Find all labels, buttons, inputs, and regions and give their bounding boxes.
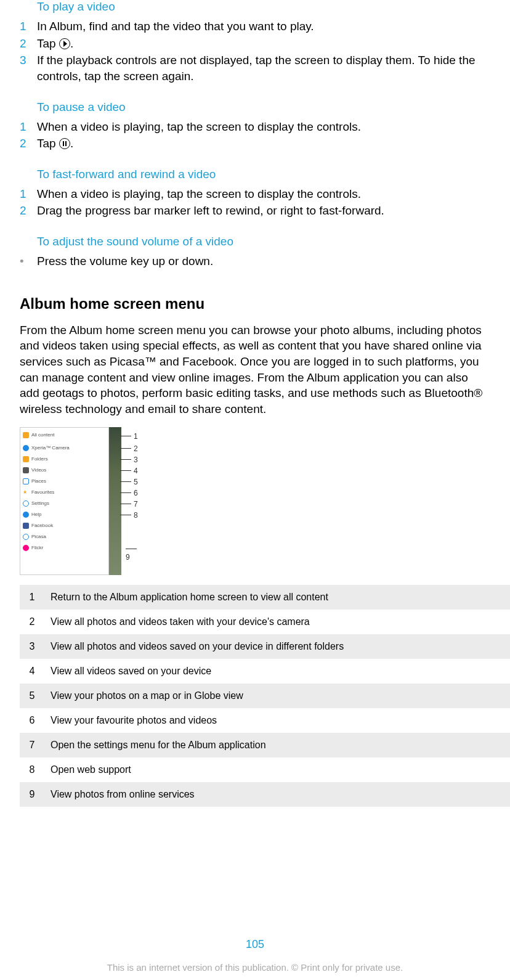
diagram-callout: 6 xyxy=(134,489,138,497)
step-number: 2 xyxy=(20,203,37,219)
table-row: 6View your favourite photos and videos xyxy=(20,708,510,733)
subheading-play: To play a video xyxy=(37,0,490,14)
album-menu-diagram: All content Xperia™ Camera Folders Video… xyxy=(20,427,138,575)
table-row: 4View all videos saved on your device xyxy=(20,659,510,684)
step-number: 3 xyxy=(20,52,37,84)
section-title: Album home screen menu xyxy=(20,295,490,312)
step-number: 1 xyxy=(20,186,37,202)
legend-table: 1Return to the Album application home sc… xyxy=(20,585,510,807)
diagram-callout: 2 xyxy=(134,444,138,453)
play-icon xyxy=(59,38,70,49)
subheading-ff: To fast-forward and rewind a video xyxy=(37,168,490,181)
bullet-marker: • xyxy=(20,253,37,269)
diagram-callout: 3 xyxy=(134,455,138,464)
step-text: In Album, find and tap the video that yo… xyxy=(37,18,314,35)
step-number: 2 xyxy=(20,136,37,152)
pause-icon xyxy=(59,138,70,149)
step-number: 1 xyxy=(20,119,37,135)
diagram-callout: 7 xyxy=(134,500,138,508)
page-footer: 105 This is an internet version of this … xyxy=(0,938,510,973)
table-row: 3View all photos and videos saved on you… xyxy=(20,634,510,659)
steps-play: 1In Album, find and tap the video that y… xyxy=(37,18,490,84)
diagram-panel: All content Xperia™ Camera Folders Video… xyxy=(20,427,109,575)
table-row: 7Open the settings menu for the Album ap… xyxy=(20,733,510,757)
subheading-pause: To pause a video xyxy=(37,100,490,114)
step-text: Drag the progress bar marker left to rew… xyxy=(37,203,384,219)
step-text: When a video is playing, tap the screen … xyxy=(37,119,361,135)
page-number: 105 xyxy=(0,938,510,951)
table-row: 2View all photos and videos taken with y… xyxy=(20,610,510,634)
diagram-photo-strip xyxy=(109,427,121,575)
step-text: Tap . xyxy=(37,136,73,152)
step-number: 2 xyxy=(20,36,37,52)
bullet-volume: • Press the volume key up or down. xyxy=(37,253,490,269)
footer-note: This is an internet version of this publ… xyxy=(0,962,510,973)
diagram-callout: 5 xyxy=(134,478,138,486)
bullet-text: Press the volume key up or down. xyxy=(37,253,213,269)
table-row: 5View your photos on a map or in Globe v… xyxy=(20,684,510,708)
table-row: 1Return to the Album application home sc… xyxy=(20,585,510,610)
table-row: 8Open web support xyxy=(20,757,510,782)
diagram-callout: 8 xyxy=(134,511,138,520)
diagram-callout: 9 xyxy=(126,553,130,561)
steps-pause: 1When a video is playing, tap the screen… xyxy=(37,119,490,152)
step-text: If the playback controls are not display… xyxy=(37,52,490,84)
table-row: 9View photos from online services xyxy=(20,782,510,807)
step-text: Tap . xyxy=(37,36,73,52)
subheading-volume: To adjust the sound volume of a video xyxy=(37,235,490,248)
diagram-callout: 4 xyxy=(134,467,138,475)
step-number: 1 xyxy=(20,18,37,35)
diagram-callout: 1 xyxy=(134,432,138,441)
step-text: When a video is playing, tap the screen … xyxy=(37,186,361,202)
section-body: From the Album home screen menu you can … xyxy=(20,322,490,417)
steps-ff: 1When a video is playing, tap the screen… xyxy=(37,186,490,219)
